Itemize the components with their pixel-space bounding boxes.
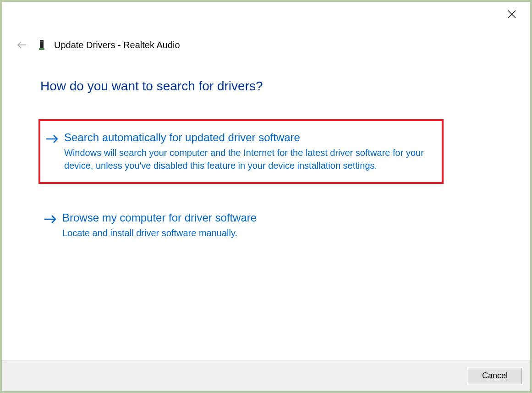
option-text: Browse my computer for driver software L…	[62, 210, 437, 239]
content-area: How do you want to search for drivers? S…	[2, 52, 530, 360]
window-title: Update Drivers - Realtek Audio	[54, 40, 180, 50]
arrow-right-icon	[44, 132, 60, 146]
arrow-right-icon	[42, 212, 59, 226]
option-browse-computer[interactable]: Browse my computer for driver software L…	[38, 201, 444, 249]
footer: Cancel	[2, 360, 530, 391]
dialog-window: Update Drivers - Realtek Audio How do yo…	[0, 0, 532, 393]
close-icon	[507, 10, 516, 19]
cancel-button[interactable]: Cancel	[468, 368, 522, 384]
option-title: Search automatically for updated driver …	[64, 130, 435, 144]
option-description: Windows will search your computer and th…	[64, 146, 435, 172]
back-button[interactable]	[15, 38, 29, 52]
close-button[interactable]	[503, 7, 521, 21]
option-search-automatically[interactable]: Search automatically for updated driver …	[38, 119, 444, 184]
header: Update Drivers - Realtek Audio	[2, 2, 530, 52]
device-icon	[38, 39, 46, 51]
option-text: Search automatically for updated driver …	[64, 130, 435, 172]
svg-rect-5	[39, 48, 44, 50]
back-arrow-icon	[16, 39, 28, 51]
option-description: Locate and install driver software manua…	[62, 227, 437, 239]
main-heading: How do you want to search for drivers?	[38, 79, 494, 94]
svg-rect-4	[40, 41, 43, 42]
option-title: Browse my computer for driver software	[62, 210, 437, 225]
